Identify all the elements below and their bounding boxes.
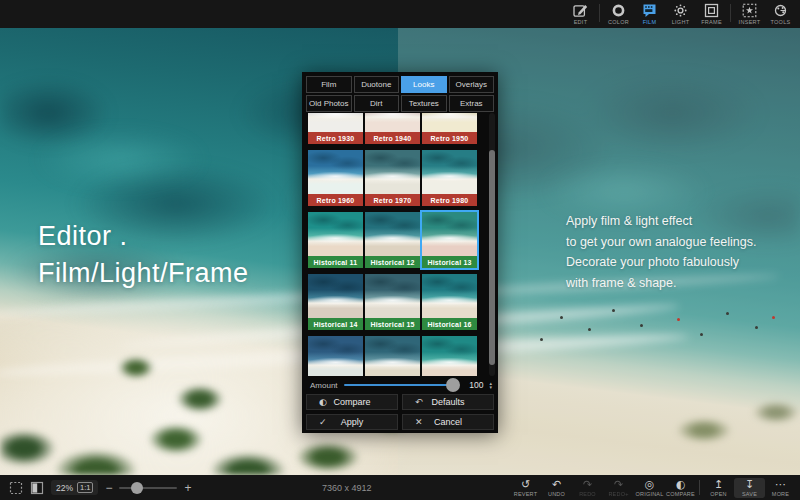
filter-thumb-retro-1950[interactable]: Retro 1950 [422, 113, 477, 144]
toolbar-edit-button[interactable]: EDIT [565, 1, 596, 25]
apply-button[interactable]: ✓Apply [306, 414, 398, 430]
overlay-caption: Apply film & light effect to get your ow… [566, 211, 756, 293]
filter-thumb-label: Historical 12 [365, 256, 420, 268]
save-icon: ↧ [745, 479, 754, 491]
tab-overlays[interactable]: Overlays [449, 76, 495, 93]
open-button[interactable]: ↥OPEN [703, 479, 734, 497]
open-icon: ↥ [714, 479, 723, 491]
bottom-toolbar: 22% 1:1 − + 7360 x 4912 ↺REVERT↶UNDO↷RED… [0, 475, 800, 500]
overlay-title-line1: Editor . [38, 218, 249, 255]
redo-plus-icon: ↷ [614, 479, 623, 491]
overlay-title-line2: Film/Light/Frame [38, 255, 249, 292]
filter-thumb-historical-12[interactable]: Historical 12 [365, 212, 420, 268]
top-toolbar-items: EDITCOLORFILMLIGHTFRAMEINSERTTOOLS [565, 1, 796, 25]
toolbar-separator [699, 480, 700, 495]
toolbar-tools-button[interactable]: TOOLS [765, 1, 796, 25]
transform-icon[interactable] [9, 481, 23, 495]
filter-grid: Retro 1930Retro 1940Retro 1950Retro 1960… [308, 113, 480, 376]
original-icon: ◎ [645, 479, 655, 491]
filter-thumb-retro-1930[interactable]: Retro 1930 [308, 113, 363, 144]
tab-textures[interactable]: Textures [401, 95, 447, 112]
apply-icon: ✓ [319, 417, 327, 427]
filter-thumb-historical-14[interactable]: Historical 14 [308, 274, 363, 330]
undo-button[interactable]: ↶UNDO [541, 479, 572, 497]
filter-thumb-label: Historical 16 [422, 318, 477, 330]
toolbar-frame-button[interactable]: FRAME [696, 1, 727, 25]
compare-button[interactable]: ◐Compare [306, 394, 398, 410]
filter-thumb-label: Retro 1950 [422, 132, 477, 144]
amount-row: Amount 100 ▴▾ [310, 377, 492, 393]
amount-stepper[interactable]: ▴▾ [489, 381, 492, 390]
revert-icon: ↺ [521, 479, 530, 491]
revert-button[interactable]: ↺REVERT [510, 479, 541, 497]
zoom-slider-knob[interactable] [131, 482, 143, 494]
filter-thumb-label: Historical 14 [308, 318, 363, 330]
amount-value: 100 [469, 380, 483, 390]
zoom-level: 22% [56, 483, 73, 493]
toolbar-separator [599, 4, 600, 22]
filter-thumb-historical-13[interactable]: Historical 13 [422, 212, 477, 268]
toolbar-separator [730, 4, 731, 22]
filter-thumb-retro-1980[interactable]: Retro 1980 [422, 150, 477, 206]
toolbar-color-button[interactable]: COLOR [603, 1, 634, 25]
save-button[interactable]: ↧SAVE [734, 478, 765, 498]
scrollbar-thumb[interactable] [489, 150, 495, 365]
filter-thumb-historical-11[interactable]: Historical 11 [308, 212, 363, 268]
filter-thumb-label: Historical 11 [308, 256, 363, 268]
light-icon [673, 3, 688, 18]
original-button[interactable]: ◎ORIGINAL [634, 479, 665, 497]
zoom-slider[interactable] [119, 487, 177, 489]
amount-slider-knob[interactable] [446, 378, 460, 392]
tab-extras[interactable]: Extras [449, 95, 495, 112]
compare-icon: ◐ [676, 479, 686, 491]
cancel-button[interactable]: ✕Cancel [402, 414, 494, 430]
color-icon [611, 3, 626, 18]
toolbar-film-button[interactable]: FILM [634, 1, 665, 25]
image-dimensions: 7360 x 4912 [322, 483, 372, 493]
filter-thumb-label: Retro 1960 [308, 194, 363, 206]
tools-icon [773, 3, 788, 18]
filter-thumb[interactable] [308, 336, 363, 376]
film-icon [642, 3, 657, 18]
zoom-in-button[interactable]: + [184, 482, 191, 494]
filter-thumb-retro-1970[interactable]: Retro 1970 [365, 150, 420, 206]
filter-thumb-retro-1960[interactable]: Retro 1960 [308, 150, 363, 206]
tab-old-photos[interactable]: Old Photos [306, 95, 352, 112]
bottom-left-group: 22% 1:1 − + [9, 480, 191, 495]
overlay-title: Editor . Film/Light/Frame [38, 218, 249, 292]
defaults-button[interactable]: ↶Defaults [402, 394, 494, 410]
tab-looks[interactable]: Looks [401, 76, 447, 93]
top-toolbar: EDITCOLORFILMLIGHTFRAMEINSERTTOOLS [0, 0, 800, 28]
filter-thumb-label: Retro 1980 [422, 194, 477, 206]
split-view-icon[interactable] [30, 481, 44, 495]
toolbar-light-button[interactable]: LIGHT [665, 1, 696, 25]
edit-icon [573, 3, 588, 18]
one-to-one-button[interactable]: 1:1 [77, 482, 93, 493]
filter-thumb-label: Retro 1970 [365, 194, 420, 206]
zoom-out-button[interactable]: − [105, 482, 112, 494]
tab-duotone[interactable]: Duotone [354, 76, 400, 93]
tab-dirt[interactable]: Dirt [354, 95, 400, 112]
filter-thumb[interactable] [422, 336, 477, 376]
filter-thumb-label: Historical 13 [422, 256, 477, 268]
insert-icon [742, 3, 757, 18]
toolbar-insert-button[interactable]: INSERT [734, 1, 765, 25]
bottom-right-group: ↺REVERT↶UNDO↷REDO↷REDO+◎ORIGINAL◐COMPARE… [510, 478, 796, 498]
more-icon: ⋯ [775, 479, 786, 491]
filter-thumb-label: Retro 1940 [365, 132, 420, 144]
more-button[interactable]: ⋯MORE [765, 479, 796, 497]
compare-button[interactable]: ◐COMPARE [665, 479, 696, 497]
redo-icon: ↷ [583, 479, 592, 491]
undo-icon: ↶ [552, 479, 561, 491]
amount-slider[interactable] [344, 384, 458, 386]
frame-icon [704, 3, 719, 18]
filter-thumb-retro-1940[interactable]: Retro 1940 [365, 113, 420, 144]
panel-tabs: FilmDuotoneLooksOverlaysOld PhotosDirtTe… [306, 76, 494, 112]
cancel-icon: ✕ [415, 417, 423, 427]
tab-film[interactable]: Film [306, 76, 352, 93]
filter-thumb[interactable] [365, 336, 420, 376]
filter-thumb-historical-15[interactable]: Historical 15 [365, 274, 420, 330]
filter-thumb-label: Historical 15 [365, 318, 420, 330]
filter-grid-scrollbar[interactable] [489, 113, 495, 376]
filter-thumb-historical-16[interactable]: Historical 16 [422, 274, 477, 330]
